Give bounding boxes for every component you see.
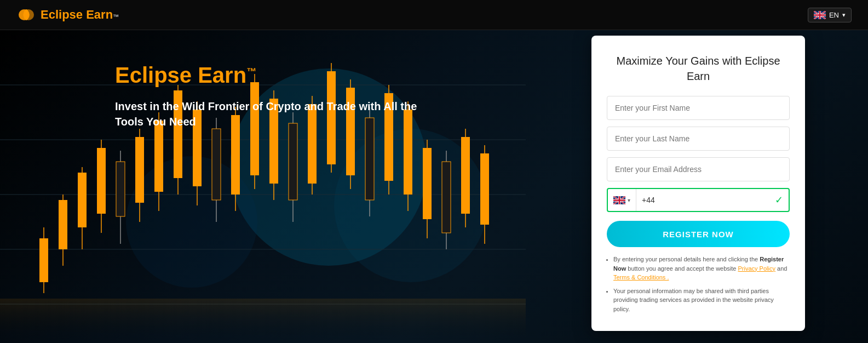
svg-rect-60 (0, 299, 526, 342)
svg-rect-39 (289, 123, 297, 200)
last-name-input[interactable] (607, 127, 790, 151)
svg-rect-19 (97, 148, 106, 214)
language-selector[interactable]: EN ▾ (808, 8, 852, 22)
svg-rect-13 (39, 238, 48, 282)
phone-flag-icon (613, 196, 625, 204)
register-now-button[interactable]: REGISTER NOW (607, 221, 790, 247)
phone-country-selector[interactable]: ▾ (608, 189, 636, 211)
country-code-chevron: ▾ (628, 197, 630, 203)
uk-flag-icon (814, 11, 826, 19)
svg-rect-59 (480, 153, 489, 225)
logo-area: Eclipse Earn ™ (16, 5, 119, 25)
card-title: Maximize Your Gains with Eclipse Earn (607, 53, 790, 84)
logo-text: Eclipse Earn ™ (41, 8, 119, 22)
lang-code-label: EN (829, 11, 839, 19)
svg-rect-31 (212, 129, 221, 200)
svg-rect-47 (365, 118, 374, 200)
svg-rect-15 (59, 200, 67, 249)
disclaimer-text: By entering your personal details here a… (607, 255, 790, 313)
svg-rect-21 (116, 162, 125, 216)
terms-conditions-link[interactable]: Terms & Conditions . (613, 274, 669, 281)
first-name-input[interactable] (607, 96, 790, 120)
svg-rect-17 (78, 173, 87, 227)
svg-rect-25 (154, 121, 163, 192)
hero-subtitle: Invest in the Wild Frontier of Crypto an… (115, 99, 417, 129)
lang-dropdown-icon: ▾ (842, 12, 846, 19)
phone-valid-checkmark: ✓ (775, 194, 789, 206)
main-header: Eclipse Earn ™ EN ▾ (0, 0, 868, 30)
hero-section: Eclipse Earn™ Invest in the Wild Frontie… (0, 30, 868, 343)
registration-card: Maximize Your Gains with Eclipse Earn ▾ … (591, 36, 805, 331)
svg-rect-57 (461, 137, 470, 214)
svg-rect-53 (423, 148, 432, 219)
svg-rect-23 (135, 137, 144, 203)
phone-input[interactable] (636, 189, 775, 211)
email-input[interactable] (607, 157, 790, 181)
privacy-policy-link[interactable]: Privacy Policy (738, 265, 775, 272)
svg-point-2 (24, 9, 29, 20)
svg-rect-55 (442, 162, 451, 233)
eclipse-earn-logo-icon (16, 5, 36, 25)
hero-title: Eclipse Earn™ (115, 63, 417, 88)
phone-row: ▾ ✓ (607, 188, 790, 212)
hero-content: Eclipse Earn™ Invest in the Wild Frontie… (115, 63, 417, 129)
